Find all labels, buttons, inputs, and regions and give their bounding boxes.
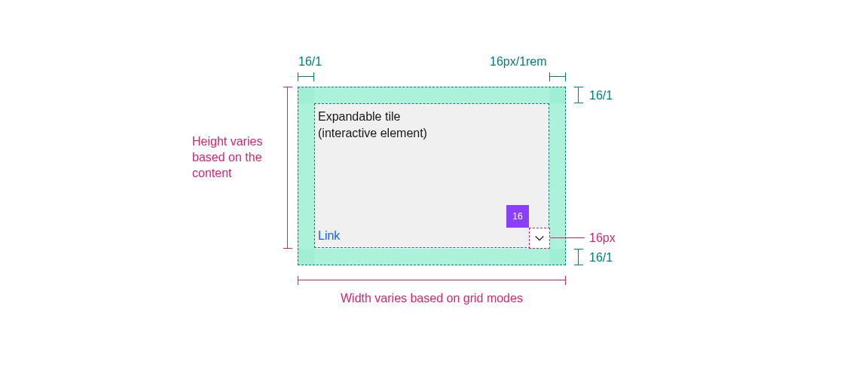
spec-diagram: 16/1 16px/1rem Expandable tile (interact… [0,0,868,392]
padding-top-left-label: 16/1 [298,54,322,69]
tile-title-line1: Expandable tile [318,110,400,123]
pad-band-right [549,87,566,265]
width-ibar [298,276,566,285]
pad-band-top [298,87,566,103]
padding-top-right-ibar [549,72,566,81]
height-note: Height varies based on the content [192,134,283,181]
height-ibar [283,87,292,249]
padding-right-bottom-label: 16/1 [589,250,613,265]
tile-link[interactable]: Link [318,229,340,243]
chevron-size-badge: 16 [506,205,529,228]
padding-right-bottom-ibar [574,249,583,265]
padding-right-top-label: 16/1 [589,88,613,103]
width-note: Width varies based on grid modes [341,291,523,307]
tile-title: Expandable tile (interactive element) [318,109,427,141]
expand-chevron-target[interactable] [529,228,550,249]
tile-title-line2: (interactive element) [318,127,427,139]
chevron-callout-label: 16px [589,231,616,247]
pad-band-left [298,87,314,265]
padding-top-right-label: 16px/1rem [490,54,547,69]
chevron-callout-leader [550,237,585,238]
pad-band-bottom [298,249,566,265]
padding-top-left-ibar [298,72,314,81]
chevron-down-icon [534,233,545,243]
padding-right-top-ibar [574,87,583,103]
